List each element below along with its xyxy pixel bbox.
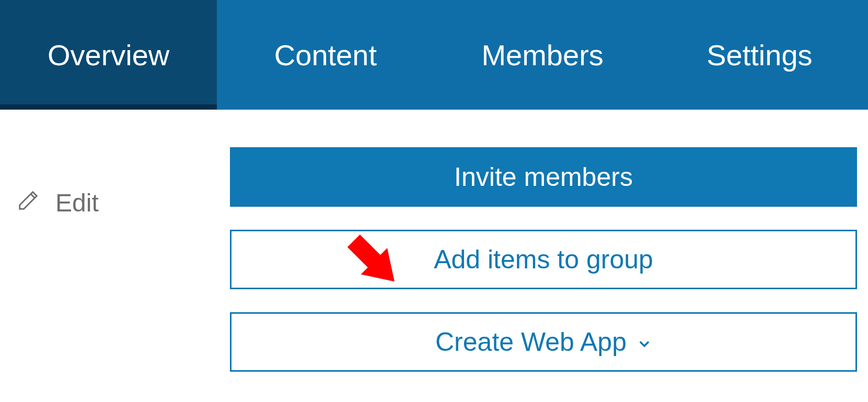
tab-label: Overview — [48, 38, 169, 72]
edit-button[interactable]: Edit — [17, 188, 99, 218]
tab-overview[interactable]: Overview — [0, 0, 217, 110]
button-label: Invite members — [454, 162, 633, 192]
tab-label: Settings — [707, 38, 812, 72]
tab-bar: Overview Content Members Settings — [0, 0, 868, 110]
chevron-down-icon — [637, 327, 652, 357]
content-area: Edit Invite members Add items to group C… — [0, 110, 868, 372]
tab-settings[interactable]: Settings — [651, 0, 868, 110]
right-column: Invite members Add items to group Create… — [230, 147, 857, 372]
tab-members[interactable]: Members — [434, 0, 651, 110]
tab-content[interactable]: Content — [217, 0, 434, 110]
invite-members-button[interactable]: Invite members — [230, 147, 857, 207]
button-label: Add items to group — [434, 244, 653, 275]
edit-label: Edit — [55, 188, 99, 217]
add-items-to-group-button[interactable]: Add items to group — [230, 230, 857, 289]
tab-label: Members — [481, 38, 603, 72]
tab-label: Content — [274, 38, 377, 72]
pencil-icon — [17, 188, 41, 218]
create-web-app-button[interactable]: Create Web App — [230, 312, 857, 372]
left-column: Edit — [17, 147, 230, 372]
button-label: Create Web App — [435, 327, 627, 357]
